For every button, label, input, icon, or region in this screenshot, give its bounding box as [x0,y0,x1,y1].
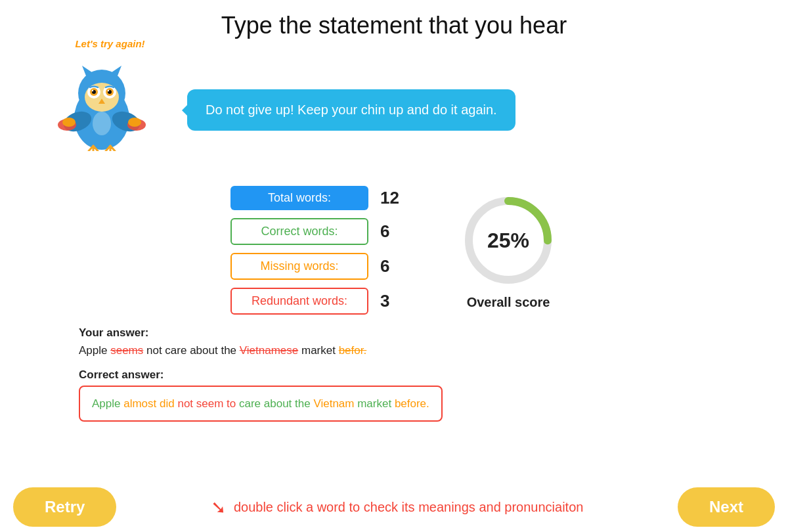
lets-try-label: Let's try again! [75,38,144,49]
ca-word-before[interactable]: before. [395,397,429,410]
answer-word-vietnamese[interactable]: Vietnamese [240,344,298,357]
ca-word-care[interactable]: care [239,397,264,410]
total-words-row: Total words: 12 [230,186,406,210]
score-percentage: 25% [487,228,529,252]
overall-score-label: Overall score [467,295,550,310]
arrow-icon: ➘ [211,497,226,518]
speech-bubble-text: Do not give up! Keep your chin up and do… [206,102,497,117]
ca-word-apple[interactable]: Apple [92,397,123,410]
correct-answer-label: Correct answer: [79,368,709,382]
retry-button[interactable]: Retry [13,487,116,527]
svg-point-19 [128,118,141,127]
ca-word-about[interactable]: about [264,397,295,410]
owl-illustration [53,53,151,151]
answer-word-befor[interactable]: befor. [339,344,367,357]
stats-score-section: Total words: 12 Correct words: 6 Missing… [0,167,788,321]
ca-word-the[interactable]: the [295,397,313,410]
answer-word-market: market [298,344,338,357]
correct-answer-box: Apple almost did not seem to care about … [79,386,443,422]
correct-words-row: Correct words: 6 [230,218,406,245]
score-circle: 25% [459,191,558,290]
stats-table: Total words: 12 Correct words: 6 Missing… [230,186,406,315]
missing-words-label: Missing words: [230,253,368,280]
svg-point-20 [93,112,111,135]
ca-word-almost[interactable]: almost [123,397,160,410]
ca-word-market2[interactable]: market [357,397,395,410]
svg-point-6 [92,90,93,91]
total-words-label: Total words: [230,186,368,210]
score-area: 25% Overall score [459,191,558,310]
total-words-value: 12 [380,188,406,208]
answers-section: Your answer: Apple seems not care about … [0,321,788,422]
correct-words-value: 6 [380,221,406,242]
ca-word-vietnam[interactable]: Vietnam [313,397,357,410]
redundant-words-row: Redundant words: 3 [230,288,406,315]
ca-word-seem[interactable]: seem [196,397,227,410]
correct-words-label: Correct words: [230,218,368,245]
missing-words-value: 6 [380,256,406,277]
answer-word-seems[interactable]: seems [110,344,143,357]
missing-words-row: Missing words: 6 [230,253,406,280]
hint-text: double click a word to check its meaning… [234,500,584,515]
owl-area: Let's try again! [53,53,167,167]
speech-bubble: Do not give up! Keep your chin up and do… [187,89,515,131]
hint-area: ➘ double click a word to check its meani… [211,497,584,518]
ca-word-not[interactable]: not [177,397,196,410]
top-section: Let's try again! [0,46,788,167]
svg-point-17 [62,118,76,127]
your-answer-label: Your answer: [79,326,709,340]
your-answer-text: Apple seems not care about the Vietnames… [79,342,709,359]
next-button[interactable]: Next [678,487,775,527]
ca-word-did[interactable]: did [160,397,177,410]
redundant-words-value: 3 [380,291,406,311]
ca-word-to[interactable]: to [227,397,239,410]
svg-point-10 [108,90,109,91]
redundant-words-label: Redundant words: [230,288,368,315]
bottom-bar: Retry ➘ double click a word to check its… [0,482,788,532]
answer-word-apple[interactable]: Apple [79,344,110,357]
answer-word-not-care: not care about the [143,344,240,357]
